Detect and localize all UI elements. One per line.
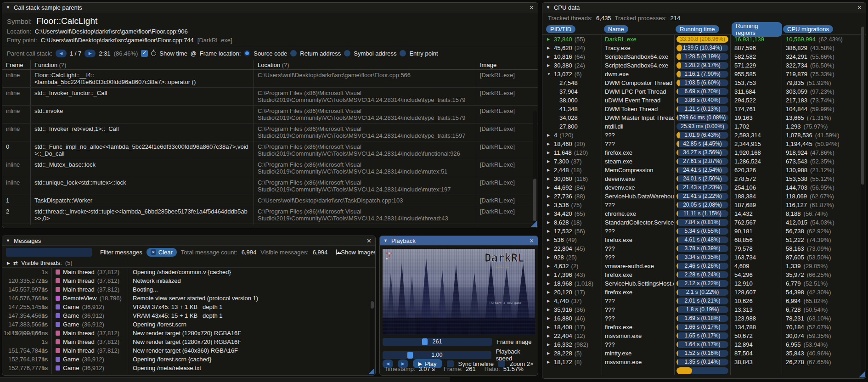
expand-icon[interactable]: ▶	[7, 261, 10, 265]
cpu-table-row[interactable]: 38,000 uDWM Event Thread 3.86 s (0.40%) …	[542, 96, 866, 105]
expand-arrow-icon[interactable]: ▶	[547, 279, 552, 288]
callstack-table-row[interactable]: inline std::_Invoker_functor::_Call C:\P…	[2, 88, 538, 106]
expand-arrow-icon[interactable]: ▶	[547, 262, 552, 270]
cpu-table-row[interactable]: ▶ 16,332 (982) ??? 1.64 s (0.17%) 12,894…	[542, 340, 866, 349]
message-row[interactable]: 1s 145,557,997ns Main thread (37,812) Ne…	[2, 276, 375, 285]
cpu-table-row[interactable]: ▶ 11,648 (120) firefox.exe 34.27 s (3.56…	[542, 148, 866, 157]
cpu-table-row[interactable]: ▶ 45,620 (24) Tracy.exe 1:39.5 (10.34%) …	[542, 44, 866, 52]
playback-speed-slider[interactable]: 1.00	[383, 351, 491, 359]
expand-arrow-icon[interactable]: ▶	[547, 183, 552, 192]
expand-arrow-icon[interactable]: ▶	[547, 192, 552, 201]
message-row[interactable]: 1s 120,335,272ns Main thread (37,812) Op…	[2, 268, 375, 276]
expand-arrow-icon[interactable]: ▶	[547, 157, 552, 166]
message-row[interactable]: 1s 147,255,145ns RemoteView (18,796) Rem…	[2, 294, 375, 303]
cpu-table-row[interactable]: ▶ 30,060 (116) devenv.exe 24.01 s (2.50%…	[542, 174, 866, 183]
expand-arrow-icon[interactable]: ▶	[547, 209, 552, 218]
callstack-table-row[interactable]: 3 beginthreadex [unknown] [ucrtbase.dll]	[2, 224, 538, 225]
cpu-table-row[interactable]: ▶ 22,804 (45) ??? 3.78 s (0.39%) 79,578 …	[542, 244, 866, 253]
show-time-checkbox[interactable]	[141, 50, 148, 57]
resize-grip[interactable]	[368, 368, 374, 374]
cpu-table-row[interactable]: ▶ 27,736 (88) ServiceHub.DataWarehouse 2…	[542, 192, 866, 201]
cpu-table-row[interactable]: ▶ 18,460 (20) ??? 42.85 s (4.45%) 2,344,…	[542, 140, 866, 148]
expand-arrow-icon[interactable]: ▶	[547, 148, 552, 157]
column-header-name[interactable]: Name	[604, 25, 628, 33]
expand-arrow-icon[interactable]: ▶	[547, 174, 552, 183]
expand-arrow-icon[interactable]: ▶	[547, 166, 552, 174]
column-header-function[interactable]: Function (?)	[31, 60, 254, 69]
message-row[interactable]: 1s 147,400,846ns Game (36,912) Opening /…	[2, 320, 375, 329]
column-header-location[interactable]: Location (?)	[254, 60, 476, 69]
scrollbar-thumb[interactable]	[371, 301, 374, 309]
expand-arrow-icon[interactable]: ▶	[547, 349, 552, 358]
callstack-table-row[interactable]: inline std::_Invoker_ret<void,1>::_Call …	[2, 124, 538, 141]
expand-arrow-icon[interactable]: ▶	[547, 61, 552, 70]
collapse-icon[interactable]: ▼	[6, 5, 10, 10]
cpu-table-row[interactable]: ▶ 928 (25) ??? 3.34 s (0.35%) 163,734 87…	[542, 253, 866, 262]
callstack-table-row[interactable]: 1 TaskDispatch::Worker C:\Users\wolf\Des…	[2, 195, 538, 206]
column-header-cpu-migrations[interactable]: CPU migrations	[783, 25, 833, 33]
expand-arrow-icon[interactable]: ▶	[547, 314, 552, 323]
cpu-table-row[interactable]: ▶ 18,172 (8) msvsmon.exe 1.35 s (0.14%) …	[542, 358, 866, 366]
expand-arrow-icon[interactable]: ▶	[547, 44, 552, 52]
cpu-table-row[interactable]: 27,800 ntdll.dll 25.93 ms (0.00%) 1,702 …	[542, 122, 866, 131]
cpu-table-row[interactable]: ▶ 17,532 (56) ??? 5.34 s (0.55%) 90,181 …	[542, 227, 866, 236]
column-header-running-regions[interactable]: Running regions	[732, 22, 782, 37]
expand-arrow-icon[interactable]: ▶	[547, 323, 552, 331]
message-row[interactable]: 1s 152,776,777ns Game (36,912) Opening /…	[2, 355, 375, 364]
cpu-table-row[interactable]: ▶ 37,840 (55) DarkRL.exe 33:30.8 (208.96…	[542, 35, 866, 44]
cpu-table-row[interactable]: ▶ 4,740 (37) ??? 2.01 s (0.21%) 10,626 6…	[542, 297, 866, 305]
cpu-table-row[interactable]: ▶ 30,380 (24) ScriptedSandbox64.exe 1:28…	[542, 61, 866, 70]
message-row[interactable]: 1s 146,576,766ns Main thread (37,812) Bo…	[2, 285, 375, 294]
clear-button[interactable]: ✕Clear	[147, 248, 177, 257]
expand-arrow-icon[interactable]: ▶	[547, 288, 552, 297]
collapse-icon[interactable]: ▼	[383, 238, 388, 243]
resize-grip[interactable]	[859, 371, 865, 377]
expand-arrow-icon[interactable]: ▶	[547, 253, 552, 262]
close-icon[interactable]: ✕	[529, 237, 534, 244]
expand-arrow-icon[interactable]: ▶	[547, 358, 552, 366]
expand-arrow-icon[interactable]: ▶	[547, 244, 552, 253]
cpu-table-row[interactable]: ▶ 44,692 (84) devenv.exe 21.43 s (2.23%)…	[542, 183, 866, 192]
cpu-table-row[interactable]: ▶ 35,916 (36) ??? 1.8 s (0.19%) 13,313 6…	[542, 305, 866, 314]
cpu-table-row[interactable]: ▶ 18,968 (1,018) ServiceHub.SettingsHost…	[542, 279, 866, 288]
message-row[interactable]: 1s 152,764,817ns Main thread (37,812) Ne…	[2, 346, 375, 355]
column-header-running-time[interactable]: Running time	[676, 25, 719, 33]
cpu-table-row[interactable]: ▶ 28,228 (5) mintty.exe 1.52 s (0.16%) 8…	[542, 349, 866, 358]
radio-symbol-address[interactable]	[344, 50, 350, 56]
radio-return-address[interactable]	[290, 50, 297, 56]
next-stack-button[interactable]: ▶	[85, 50, 96, 57]
cpu-table-row[interactable]: ▶ 2,448 (18) MemCompression 24.41 s (2.5…	[542, 166, 866, 174]
cpu-scrollbar[interactable]	[861, 27, 865, 377]
cpu-table-row[interactable]: 41,348 DWM Token Thread 1.21 s (0.13%) 1…	[542, 105, 866, 113]
expand-arrow-icon[interactable]: ▶	[547, 227, 552, 236]
radio-entry-point[interactable]	[400, 50, 406, 56]
callstack-table-row[interactable]: inline std::_Mutex_base::lock C:\Program…	[2, 159, 538, 177]
cpu-table-row[interactable]: ▼ 13,072 (6) dwm.exe 1:16.1 (7.90%) 955,…	[542, 70, 866, 79]
cpu-table-row[interactable]: 34,028 DWM Master Input Thread 799.64 ms…	[542, 113, 866, 122]
expand-arrow-icon[interactable]: ▶	[547, 218, 552, 227]
callstack-table-row[interactable]: inline std::invoke C:\Program Files (x86…	[2, 106, 538, 124]
message-row[interactable]: 1s 147,354,456ns Game (36,912) VRAM 37x4…	[2, 303, 375, 311]
frame-image-slider[interactable]: 261	[383, 338, 492, 346]
callstack-table-row[interactable]: inline std::unique_lock<std::mutex>::loc…	[2, 177, 538, 195]
message-row[interactable]: 1s 153,116,37ns Game (36,912) Intro menu…	[2, 372, 375, 374]
callstack-table-row[interactable]: 0 std::_Func_impl_no_alloc<<lambda_5bc22…	[2, 141, 538, 159]
message-row[interactable]: 1s 147,383,566ns Game (36,912) VRAM 43x4…	[2, 311, 375, 320]
close-icon[interactable]: ✕	[857, 4, 862, 11]
callstack-table-row[interactable]: 2 std::thread::_Invoke<std::tuple<<lambd…	[2, 206, 538, 224]
cpu-table-row[interactable]: ▶ 4,632 (2) vmware-authd.exe 2.46 s (0.2…	[542, 262, 866, 270]
expand-arrow-icon[interactable]: ▶	[547, 140, 552, 148]
prev-stack-button[interactable]: ◀	[56, 50, 67, 57]
cpu-table-row[interactable]: ▶ 7,300 (37) steam.exe 27.61 s (2.87%) 1…	[542, 157, 866, 166]
cpu-table-row[interactable]: ▶ 536 (49) firefox.exe 4.61 s (0.48%) 68…	[542, 236, 866, 244]
expand-arrow-icon[interactable]: ▶	[547, 305, 552, 314]
cpu-table-row[interactable]: 37,904 DWM LPC Port Thread 6.69 s (0.70%…	[542, 87, 866, 96]
cpu-table-row[interactable]: ▶ 18,408 (17) firefox.exe 1.66 s (0.17%)…	[542, 323, 866, 331]
filter-input[interactable]	[6, 248, 92, 257]
column-header-pid-tid[interactable]: PID/TID	[546, 25, 575, 33]
cpu-table-row[interactable]: ▶ 4 (120) ??? 1:01.9 (6.43%) 2,593,314 1…	[542, 131, 866, 140]
messages-scrollbar[interactable]	[370, 300, 374, 373]
cpu-table-row[interactable]: 27,548 DWM Compositor Thread 1:03.5 (6.6…	[542, 79, 866, 87]
close-icon[interactable]: ✕	[366, 237, 372, 244]
message-row[interactable]: 1s 152,912,997ns Game (36,912) Opening /…	[2, 364, 375, 372]
